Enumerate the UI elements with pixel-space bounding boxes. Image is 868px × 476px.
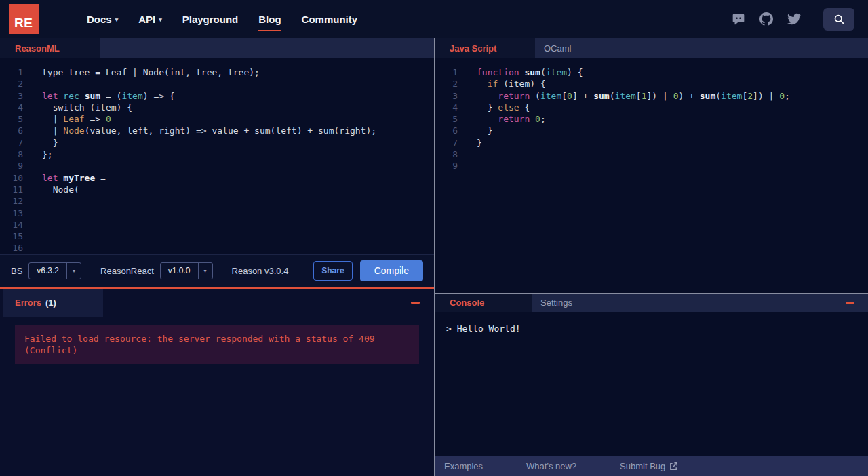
code-line: 5 | Leaf => 0: [0, 113, 434, 125]
footer-whats-new[interactable]: What's new?: [526, 461, 576, 471]
tab-settings[interactable]: Settings: [532, 294, 572, 312]
reason-editor-pane: ReasonML 1type tree = Leaf | Node(int, t…: [0, 38, 435, 476]
code-line: 7}: [435, 137, 868, 148]
code-line: 6 | Node(value, left, right) => value + …: [0, 125, 434, 136]
left-tab-strip: ReasonML: [0, 38, 434, 58]
chevron-down-icon: ▾: [115, 16, 119, 23]
code-line: 10let myTree =: [0, 172, 434, 184]
nav-item-api[interactable]: API ▾: [138, 14, 162, 25]
nav-item-blog[interactable]: Blog: [258, 14, 281, 25]
code-line: 14: [0, 219, 434, 231]
errors-panel: Errors (1) Failed to load resource: the …: [0, 289, 434, 476]
discord-icon[interactable]: [732, 12, 745, 26]
errors-count-badge: (1): [45, 298, 56, 308]
code-line: 16: [0, 242, 434, 254]
code-line: 5 return 0;: [435, 113, 868, 125]
reason-code-editor[interactable]: 1type tree = Leaf | Node(int, tree, tree…: [0, 58, 434, 254]
compile-toolbar: BS v6.3.2 ▾ ReasonReact v1.0.0 ▾ Reason …: [0, 254, 434, 287]
nav-links: Docs ▾ API ▾ Playground Blog Community: [87, 14, 357, 25]
code-line: 3 return (item[0] + sum(item[1]) | 0) + …: [435, 90, 868, 102]
code-line: 12: [0, 195, 434, 207]
code-line: 1function sum(item) {: [435, 66, 868, 78]
nav-item-community[interactable]: Community: [302, 14, 358, 25]
chevron-down-icon: ▾: [198, 263, 212, 279]
code-line: 9: [435, 160, 868, 172]
minimize-icon[interactable]: [411, 302, 420, 304]
reason-logo[interactable]: RE: [9, 4, 39, 34]
output-pane: Java Script OCaml 1function sum(item) {2…: [435, 38, 868, 476]
error-message: Failed to load resource: the server resp…: [15, 325, 419, 364]
code-line: 7 }: [0, 137, 434, 148]
playground-footer: Examples What's new? Submit Bug: [435, 456, 868, 476]
code-line: 2 if (item) {: [435, 78, 868, 90]
chevron-down-icon: ▾: [66, 263, 81, 279]
compile-button[interactable]: Compile: [360, 260, 423, 281]
code-line: 2: [0, 78, 434, 90]
tab-console[interactable]: Console: [435, 294, 532, 312]
console-tab-strip: Console Settings: [435, 293, 868, 312]
bs-label: BS: [11, 266, 22, 276]
nav-item-playground[interactable]: Playground: [182, 14, 239, 25]
logo-text: RE: [14, 16, 33, 31]
nav-item-docs[interactable]: Docs ▾: [87, 14, 118, 25]
code-line: 4 switch (item) {: [0, 102, 434, 113]
right-tab-strip: Java Script OCaml: [435, 38, 868, 58]
bs-version-select[interactable]: v6.3.2 ▾: [28, 262, 81, 279]
footer-examples[interactable]: Examples: [444, 461, 483, 471]
external-link-icon: [669, 462, 678, 471]
tab-reasonml[interactable]: ReasonML: [0, 38, 100, 58]
main-area: ReasonML 1type tree = Leaf | Node(int, t…: [0, 38, 868, 476]
footer-submit-bug[interactable]: Submit Bug: [620, 461, 678, 471]
top-nav: RE Docs ▾ API ▾ Playground Blog Communit…: [0, 0, 868, 38]
nav-right: [732, 8, 854, 31]
javascript-output-editor[interactable]: 1function sum(item) {2 if (item) {3 retu…: [435, 58, 868, 293]
code-line: 15: [0, 231, 434, 242]
search-icon: [833, 14, 845, 25]
code-line: 13: [0, 207, 434, 219]
reasonreact-label: ReasonReact: [100, 266, 154, 276]
code-line: 8: [435, 148, 868, 160]
code-line: 6 }: [435, 125, 868, 136]
reason-version-label: Reason v3.0.4: [232, 266, 289, 276]
errors-header: Errors (1): [0, 289, 434, 317]
console-output: > Hello World!: [435, 312, 868, 456]
minimize-icon[interactable]: [846, 302, 854, 304]
tab-javascript[interactable]: Java Script: [435, 38, 535, 58]
tab-ocaml[interactable]: OCaml: [535, 38, 571, 58]
tab-errors[interactable]: Errors (1): [3, 289, 103, 317]
code-line: 1type tree = Leaf | Node(int, tree, tree…: [0, 66, 434, 78]
twitter-icon[interactable]: [787, 12, 801, 26]
code-line: 9: [0, 160, 434, 172]
search-button[interactable]: [823, 8, 854, 31]
code-line: 4 } else {: [435, 102, 868, 113]
github-icon[interactable]: [760, 12, 773, 26]
code-line: 11 Node(: [0, 184, 434, 195]
reasonreact-version-select[interactable]: v1.0.0 ▾: [160, 262, 213, 279]
share-button[interactable]: Share: [313, 261, 352, 281]
chevron-down-icon: ▾: [159, 16, 162, 23]
code-line: 8};: [0, 148, 434, 160]
code-line: 3let rec sum = (item) => {: [0, 90, 434, 102]
